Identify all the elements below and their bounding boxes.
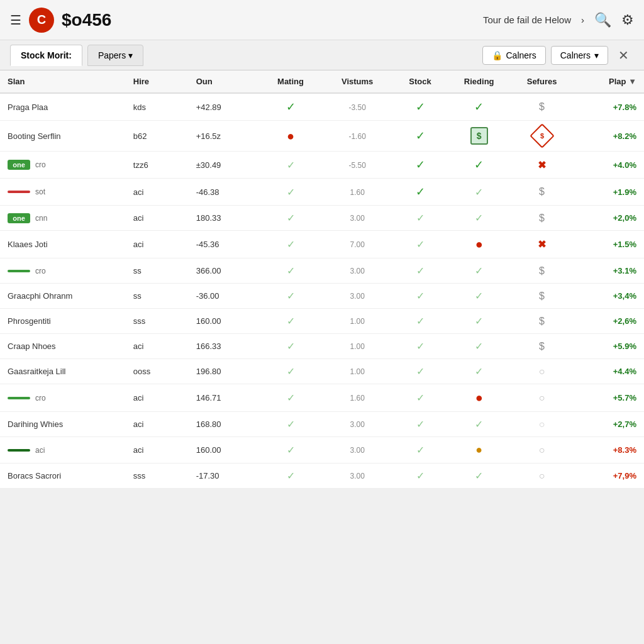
table-row[interactable]: Praga Plaa kds +42.89 ✓ -3.50 ✓ ✓ $ +7.8… (0, 93, 644, 121)
cell-vistums: 3.00 (322, 206, 392, 231)
hire-value: tzz6 (133, 160, 148, 170)
cell-hire: ooss (126, 359, 189, 384)
col-header-mating: Mating (259, 70, 322, 93)
cell-vistums: -5.50 (322, 152, 392, 179)
close-button[interactable]: ✕ (613, 45, 634, 65)
hire-value: aci (133, 419, 144, 429)
table-row[interactable]: Boracs Sacrori sss -17.30 ✓ 3.00 ✓ ✓ ○ +… (0, 464, 644, 489)
cell-slan: Gaasraitkeja Lill (0, 359, 126, 384)
cell-slan: cro (0, 258, 126, 284)
table-row[interactable]: Graacphi Ohranm ss -36.00 ✓ 3.00 ✓ ✓ $ +… (0, 284, 644, 309)
cell-vistums: -3.50 (322, 93, 392, 121)
plap-value: +2,0% (613, 213, 636, 223)
hire-value: aci (133, 187, 144, 197)
cell-plap: +1.5% (574, 231, 644, 258)
company-name: Klaaes Joti (8, 240, 48, 249)
check-faint-icon: ✓ (287, 470, 295, 481)
tab-papers-chevron: ▾ (128, 50, 133, 60)
calners-button[interactable]: 🔒 Calners (482, 46, 546, 65)
cell-rieding: ✓ (448, 284, 511, 309)
nav-arrow-icon: › (581, 14, 584, 25)
check-green-icon: ✓ (416, 130, 425, 142)
check-faint-icon: ✓ (287, 213, 295, 223)
filter-icon[interactable]: ▼ (628, 77, 636, 86)
cell-vistums: 1.60 (322, 179, 392, 206)
cell-sefures: ○ (511, 384, 574, 412)
vistums-value: 3.00 (350, 472, 364, 480)
cell-stock: ✓ (392, 384, 447, 412)
check-faint-icon: ✓ (416, 316, 425, 326)
table-row[interactable]: aci aci 160.00 ✓ 3.00 ✓ ● ○ +8.3% (0, 437, 644, 464)
company-sub: sot (35, 187, 45, 196)
plap-value: +2,7% (613, 419, 636, 429)
table-row[interactable]: one cnn aci 180.33 ✓ 3.00 ✓ ✓ $ +2,0% (0, 206, 644, 231)
table-row[interactable]: Darihing Whies aci 168.80 ✓ 3.00 ✓ ✓ ○ +… (0, 412, 644, 437)
cell-plap: +5.7% (574, 384, 644, 412)
check-faint-icon: ✓ (287, 291, 295, 301)
dot-red-icon: ● (475, 391, 483, 404)
circle-faint-icon: ○ (539, 470, 545, 481)
cell-mating: ✓ (259, 231, 322, 258)
search-icon[interactable]: 🔍 (594, 12, 611, 28)
plap-value: +2,6% (613, 316, 636, 326)
check-faint-icon: ✓ (416, 470, 425, 481)
dot-red-icon: ● (475, 237, 483, 251)
cell-stock: ✓ (392, 359, 447, 384)
table-row[interactable]: cro aci 146.71 ✓ 1.60 ✓ ● ○ +5.7% (0, 384, 644, 412)
table-row[interactable]: Gaasraitkeja Lill ooss 196.80 ✓ 1.00 ✓ ✓… (0, 359, 644, 384)
col-header-rieding: Rieding (448, 70, 511, 93)
cell-plap: +5.9% (574, 334, 644, 359)
table-row[interactable]: sot aci -46.38 ✓ 1.60 ✓ ✓ $ +1.9% (0, 179, 644, 206)
cell-mating: ● (259, 121, 322, 152)
oun-value: -36.00 (196, 291, 219, 301)
cell-plap: +7.8% (574, 93, 644, 121)
cell-slan: Darihing Whies (0, 412, 126, 437)
table-row[interactable]: one cro tzz6 ±30.49 ✓ -5.50 ✓ ✓ ✖ +4.0% (0, 152, 644, 179)
tab-papers[interactable]: Papers ▾ (87, 45, 143, 66)
table-row[interactable]: Klaaes Joti aci -45.36 ✓ 7.00 ✓ ● ✖ +1.5… (0, 231, 644, 258)
tab-stock-morit[interactable]: Stock Morit: (10, 45, 82, 66)
col-header-plap: Plap ▼ (574, 70, 644, 93)
nav-link[interactable]: Tour de fail de Helow (483, 14, 571, 25)
oun-value: 160.00 (196, 316, 221, 326)
company-sub: cnn (35, 214, 47, 223)
cell-vistums: 3.00 (322, 258, 392, 284)
oun-value: -45.36 (196, 240, 219, 249)
vistums-value: 3.00 (350, 446, 364, 455)
col-header-oun: Oun (189, 70, 259, 93)
tab-papers-label: Papers (98, 50, 126, 60)
table-row[interactable]: cro ss 366.00 ✓ 3.00 ✓ ✓ $ +3.1% (0, 258, 644, 284)
hamburger-icon[interactable]: ☰ (10, 13, 21, 28)
cell-slan: one cro (0, 152, 126, 179)
hire-value: sss (133, 471, 146, 480)
check-faint-icon: ✓ (287, 160, 295, 170)
check-faint-icon: ✓ (287, 187, 295, 197)
cell-slan: Graacphi Ohranm (0, 284, 126, 309)
cell-oun: ±30.49 (189, 152, 259, 179)
check-green-icon: ✓ (416, 158, 425, 171)
plap-value: +1.5% (613, 240, 636, 249)
check-faint-icon: ✓ (287, 265, 295, 276)
table-row[interactable]: Phrosgentiti sss 160.00 ✓ 1.00 ✓ ✓ $ +2,… (0, 309, 644, 334)
cell-sefures: ○ (511, 437, 574, 464)
check-faint-icon: ✓ (416, 392, 425, 403)
cell-slan: cro (0, 384, 126, 412)
table-row[interactable]: Craap Nhoes aci 166.33 ✓ 1.00 ✓ ✓ $ +5.9… (0, 334, 644, 359)
cell-plap: +1.9% (574, 179, 644, 206)
check-faint-icon: ✓ (475, 187, 483, 197)
table-row[interactable]: Booting Serflin b62 +16.5z ● -1.60 ✓ $ $… (0, 121, 644, 152)
oun-value: ±30.49 (196, 160, 221, 170)
calners-dropdown-button[interactable]: Calners ▾ (551, 46, 608, 65)
cell-mating: ✓ (259, 384, 322, 412)
stack-icon[interactable]: ⚙ (621, 12, 634, 28)
cell-oun: -45.36 (189, 231, 259, 258)
cell-oun: 180.33 (189, 206, 259, 231)
vistums-value: 1.00 (350, 342, 364, 351)
cell-rieding: ✓ (448, 412, 511, 437)
cell-oun: -46.38 (189, 179, 259, 206)
cell-oun: 160.00 (189, 309, 259, 334)
cell-oun: 196.80 (189, 359, 259, 384)
vistums-value: 1.00 (350, 367, 364, 376)
cell-vistums: 1.60 (322, 384, 392, 412)
cell-rieding: $ (448, 121, 511, 152)
